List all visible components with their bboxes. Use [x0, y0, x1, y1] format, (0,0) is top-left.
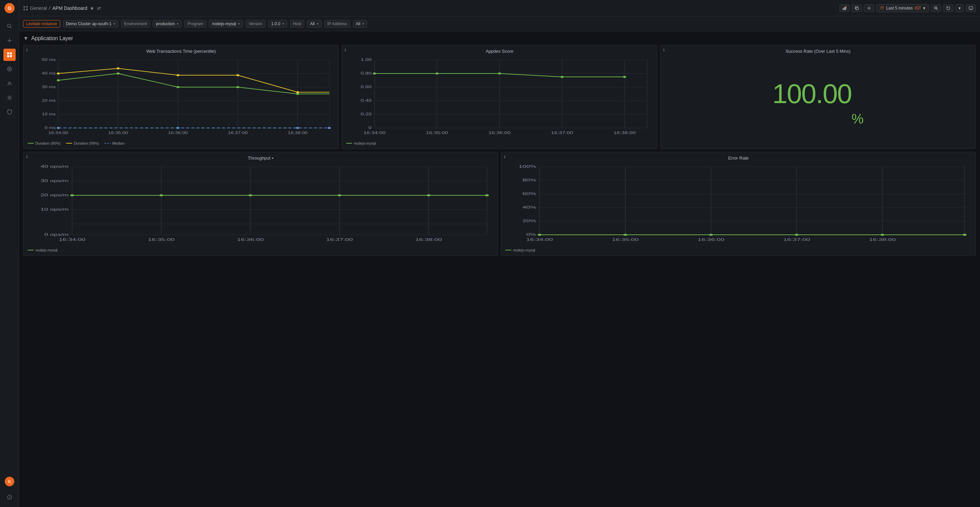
svg-rect-6 [7, 52, 9, 54]
svg-point-121 [485, 194, 489, 196]
copy-button[interactable] [852, 5, 862, 12]
svg-text:20 ops/m: 20 ops/m [40, 193, 69, 197]
panel-info-icon[interactable]: ℹ [26, 48, 27, 52]
svg-point-65 [328, 127, 331, 129]
web-transactions-chart: 50 ms 40 ms 30 ms 20 ms 10 ms 0 ms [27, 57, 334, 139]
version-filter[interactable]: 1.0.0 ▾ [268, 20, 287, 27]
breadcrumb-home[interactable]: General [30, 5, 47, 11]
svg-rect-22 [844, 7, 845, 10]
host-filter[interactable]: All ▾ [307, 20, 321, 27]
settings-button[interactable] [864, 5, 874, 12]
dropdown-chevron-icon: ▾ [959, 6, 961, 11]
svg-text:16:37:00: 16:37:00 [783, 238, 810, 242]
success-rate-display: 100.00 % [665, 57, 972, 131]
svg-point-117 [159, 194, 163, 196]
svg-text:16:36:00: 16:36:00 [698, 238, 724, 242]
svg-text:?: ? [8, 496, 10, 499]
time-picker[interactable]: ⏱ Last 5 minutes IST ▾ [876, 4, 929, 12]
sidebar-item-add[interactable] [3, 34, 16, 47]
app-logo[interactable]: G [4, 3, 15, 14]
sidebar-item-shield[interactable] [3, 106, 16, 118]
svg-text:16:34:00: 16:34:00 [59, 238, 86, 242]
svg-point-13 [9, 84, 10, 85]
dropdown-button[interactable]: ▾ [956, 4, 964, 12]
sidebar-item-explore[interactable] [3, 63, 16, 75]
panel-info-icon[interactable]: ℹ [504, 155, 505, 159]
refresh-button[interactable] [943, 5, 953, 12]
legend-item-median: Median [105, 141, 124, 145]
svg-rect-7 [10, 52, 12, 54]
svg-point-2 [8, 24, 11, 27]
svg-text:40%: 40% [522, 205, 536, 209]
panel-info-icon[interactable]: ℹ [345, 48, 346, 52]
content-area: ▼ Application Layer ℹ Web Transactions T… [19, 31, 980, 507]
svg-text:50 ms: 50 ms [42, 58, 56, 62]
web-transactions-title: Web Transactions Time (percentile) [27, 49, 334, 54]
svg-text:16:36:00: 16:36:00 [488, 131, 511, 135]
display-button[interactable] [966, 5, 976, 12]
error-rate-title: Error Rate [505, 156, 972, 161]
cluster-filter[interactable]: Demo Cluster ap-south-1 ▾ [63, 20, 118, 27]
svg-point-64 [296, 127, 299, 129]
svg-text:16:36:00: 16:36:00 [237, 238, 264, 242]
svg-rect-18 [26, 6, 27, 7]
error-rate-legend: nodejs-mysql [505, 248, 972, 252]
svg-text:16:35:00: 16:35:00 [426, 131, 448, 135]
section-toggle[interactable]: ▼ [23, 35, 29, 41]
share-icon[interactable]: ⇄ [97, 5, 101, 11]
svg-rect-9 [10, 55, 12, 57]
sidebar-item-search[interactable] [3, 20, 16, 32]
svg-point-14 [8, 97, 10, 99]
host-label: Host [290, 20, 305, 27]
ip-filter[interactable]: All ▾ [353, 20, 367, 27]
svg-text:0.60: 0.60 [361, 85, 372, 89]
svg-rect-8 [7, 55, 9, 57]
sidebar-item-avatar[interactable]: G [3, 475, 16, 488]
appdex-chart: 1.00 0.80 0.60 0.40 0.20 0 [346, 57, 653, 139]
add-panel-button[interactable] [840, 5, 850, 12]
svg-point-148 [795, 234, 799, 236]
svg-text:100%: 100% [519, 165, 536, 168]
settings-icon [867, 6, 871, 10]
svg-text:0 ms: 0 ms [45, 126, 56, 130]
error-rate-panel: ℹ Error Rate [501, 152, 976, 256]
svg-text:16:34:00: 16:34:00 [527, 238, 553, 242]
svg-text:16:35:00: 16:35:00 [108, 131, 128, 135]
program-filter[interactable]: nodejs-mysql ▾ [209, 20, 243, 27]
svg-point-60 [296, 91, 299, 93]
panel-info-icon[interactable]: ℹ [663, 48, 665, 52]
svg-point-24 [846, 6, 846, 7]
svg-text:1.00: 1.00 [361, 58, 372, 62]
svg-text:16:37:00: 16:37:00 [551, 131, 573, 135]
breadcrumb-current: APM Dashboard [52, 5, 88, 11]
sidebar-item-dashboard[interactable] [3, 49, 16, 61]
svg-point-89 [373, 73, 376, 75]
web-transactions-panel: ℹ Web Transactions Time (percentile) [23, 45, 339, 149]
throughput-chart: 40 ops/m 30 ops/m 20 ops/m 10 ops/m 0 op… [27, 163, 494, 246]
throughput-title[interactable]: Throughput ▾ [27, 156, 494, 161]
user-avatar: G [5, 477, 14, 486]
environment-filter[interactable]: production ▾ [153, 20, 182, 27]
zoom-out-button[interactable] [931, 5, 941, 12]
sidebar-item-help[interactable]: ? [3, 491, 16, 503]
environment-label: Environment [121, 20, 150, 27]
time-label: Last 5 minutes [886, 6, 913, 11]
svg-point-116 [70, 194, 74, 196]
topbar: General / APM Dashboard ★ ⇄ [19, 0, 980, 16]
sidebar-item-settings[interactable] [3, 92, 16, 104]
appdex-panel: ℹ Appdex Score [342, 45, 657, 149]
sidebar-item-alerts[interactable] [3, 77, 16, 89]
svg-rect-21 [843, 8, 843, 10]
panel-row-1: ℹ Web Transactions Time (percentile) [23, 45, 976, 149]
version-label: Version [246, 20, 266, 27]
star-icon[interactable]: ★ [90, 5, 94, 11]
svg-text:0.80: 0.80 [361, 72, 372, 75]
levitate-instance-filter[interactable]: Levitate Instance [23, 20, 60, 27]
web-transactions-legend: Duration (95%) Duration (99%) Median [27, 141, 334, 145]
svg-line-28 [937, 8, 938, 10]
svg-text:16:35:00: 16:35:00 [612, 238, 639, 242]
panel-info-icon[interactable]: ℹ [26, 155, 27, 159]
svg-text:0: 0 [369, 126, 372, 130]
svg-point-63 [176, 127, 179, 129]
svg-point-53 [176, 86, 179, 88]
